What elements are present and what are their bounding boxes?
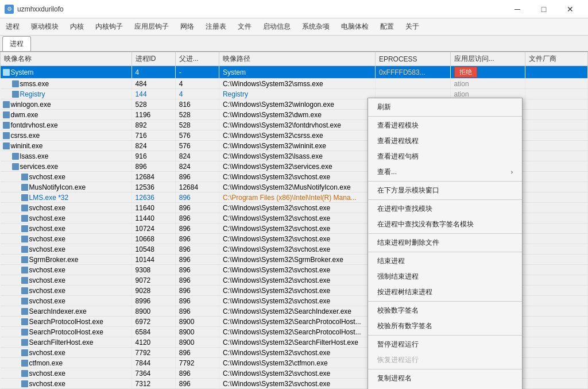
process-icon	[12, 80, 19, 87]
cell-pid: 4	[131, 66, 175, 79]
menu-item-3[interactable]: 内核钩子	[90, 18, 129, 35]
cell-vendor	[525, 234, 588, 244]
context-menu-item[interactable]: 在下方显示模块窗口	[368, 183, 522, 198]
minimize-button[interactable]: ─	[504, 0, 531, 18]
context-menu-item[interactable]: 强制结束进程	[368, 269, 522, 284]
context-menu-item[interactable]: 刷新	[368, 99, 522, 115]
col-header-vendor[interactable]: 文件厂商	[525, 52, 588, 66]
window-title: uzmhxxdurilofo	[17, 5, 504, 13]
process-name: lsass.exe	[20, 152, 49, 160]
cell-name: svchost.exe	[1, 348, 132, 358]
context-menu-item-label: 查看...	[377, 167, 397, 177]
process-name: svchost.exe	[29, 235, 65, 243]
menu-item-5[interactable]: 网络	[175, 18, 200, 35]
cell-ppid: 896	[175, 368, 219, 379]
cell-path: C:\Windows\System32\winlogon.exe	[219, 99, 375, 110]
context-menu-separator	[368, 199, 522, 200]
cell-ppid: 4	[175, 79, 219, 89]
cell-pid: 11440	[131, 213, 175, 224]
cell-name: lsass.exe	[1, 151, 132, 161]
cell-path: C:\Windows\System32\svchost.exe	[219, 275, 375, 286]
process-name: System	[11, 68, 34, 76]
process-icon	[21, 174, 28, 180]
cell-path: C:\Windows\System32\svchost.exe	[219, 348, 375, 358]
cell-vendor	[525, 379, 588, 389]
context-menu-item[interactable]: 在进程中查找模块	[368, 201, 522, 217]
cell-pid: 11640	[131, 203, 175, 213]
process-name: svchost.exe	[29, 369, 65, 378]
context-menu-item[interactable]: 结束进程	[368, 253, 522, 269]
process-icon	[21, 298, 28, 305]
context-menu-item-label: 查看进程模块	[377, 121, 419, 130]
col-header-name[interactable]: 映像名称	[1, 52, 132, 66]
close-button[interactable]: ✕	[557, 0, 583, 18]
cell-ppid: 896	[175, 192, 219, 203]
cell-path: C:\Windows\System32\services.exe	[219, 161, 375, 172]
menu-item-11[interactable]: 配置	[374, 18, 400, 35]
process-icon	[3, 122, 10, 129]
tab-processes[interactable]: 进程	[2, 36, 31, 51]
cell-pid: 4120	[131, 337, 175, 348]
cell-path: C:\Windows\System32\wininit.exe	[219, 141, 375, 151]
context-menu-item[interactable]: 查看进程句柄	[368, 149, 522, 164]
menu-item-9[interactable]: 系统杂项	[296, 18, 335, 35]
menu-item-1[interactable]: 驱动模块	[25, 18, 64, 35]
process-icon	[21, 308, 28, 315]
menu-item-0[interactable]: 进程	[0, 18, 25, 35]
col-header-ppid[interactable]: 父进...	[175, 52, 219, 66]
cell-name: LMS.exe *32	[1, 192, 132, 203]
context-menu-separator	[368, 369, 522, 369]
menu-item-12[interactable]: 关于	[400, 18, 425, 35]
maximize-button[interactable]: □	[531, 0, 557, 18]
process-icon	[21, 380, 28, 387]
context-menu-item[interactable]: 按进程树结束进程	[368, 284, 522, 300]
context-menu-item-label: 按进程树结束进程	[377, 287, 432, 297]
menu-item-6[interactable]: 注册表	[200, 18, 232, 35]
cell-path: C:\Windows\System32\svchost.exe	[219, 244, 375, 255]
cell-name: svchost.exe	[1, 234, 132, 244]
table-row[interactable]: System4-System0xFFFFD583...拒绝	[1, 66, 588, 79]
cell-pid: 6584	[131, 327, 175, 337]
context-menu-item[interactable]: 查看进程线程	[368, 133, 522, 149]
cell-ppid: 576	[175, 141, 219, 151]
context-menu-item[interactable]: 在进程中查找没有数字签名模块	[368, 217, 522, 232]
context-menu-item[interactable]: 查看...›	[368, 164, 522, 180]
process-icon	[21, 360, 28, 367]
context-menu-item[interactable]: 暂停进程运行	[368, 337, 522, 352]
context-menu-item[interactable]: 复制进程名	[368, 371, 522, 386]
cell-vendor	[525, 368, 588, 379]
context-menu-item[interactable]: 复制进程路径	[368, 386, 522, 389]
col-header-appaccess[interactable]: 应用层访问...	[450, 52, 525, 66]
cell-path: C:\Windows\System32\svchost.exe	[219, 203, 375, 213]
menu-item-10[interactable]: 电脑体检	[335, 18, 374, 35]
process-name: svchost.exe	[29, 266, 65, 274]
context-menu-item[interactable]: 结束进程时删除文件	[368, 235, 522, 251]
cell-vendor	[525, 255, 588, 265]
menu-item-7[interactable]: 文件	[232, 18, 257, 35]
context-menu-item[interactable]: 校验数字签名	[368, 303, 522, 318]
context-menu-item[interactable]: 校验所有数字签名	[368, 318, 522, 334]
cell-pid: 10548	[131, 244, 175, 255]
cell-vendor	[525, 265, 588, 275]
cell-ppid: 528	[175, 110, 219, 120]
cell-vendor	[525, 66, 588, 79]
cell-ppid: 896	[175, 203, 219, 213]
menu-item-8[interactable]: 启动信息	[257, 18, 296, 35]
cell-ppid: 896	[175, 265, 219, 275]
cell-name: svchost.exe	[1, 172, 132, 182]
cell-pid: 7844	[131, 358, 175, 368]
menu-item-2[interactable]: 内核	[64, 18, 90, 35]
col-header-eprocess[interactable]: EPROCESS	[375, 52, 450, 66]
cell-pid: 6972	[131, 317, 175, 327]
cell-ppid: 896	[175, 379, 219, 389]
cell-name: ctfmon.exe	[1, 358, 132, 368]
table-row[interactable]: smss.exe4844C:\Windows\System32\smss.exe…	[1, 79, 588, 89]
cell-vendor	[525, 296, 588, 306]
col-header-pid[interactable]: 进程ID	[131, 52, 175, 66]
menu-item-4[interactable]: 应用层钩子	[129, 18, 175, 35]
deny-button[interactable]: 拒绝	[454, 67, 477, 78]
col-header-path[interactable]: 映像路径	[219, 52, 375, 66]
cell-ppid: 8900	[175, 337, 219, 348]
process-icon	[21, 349, 28, 356]
context-menu-item[interactable]: 查看进程模块	[368, 118, 522, 133]
